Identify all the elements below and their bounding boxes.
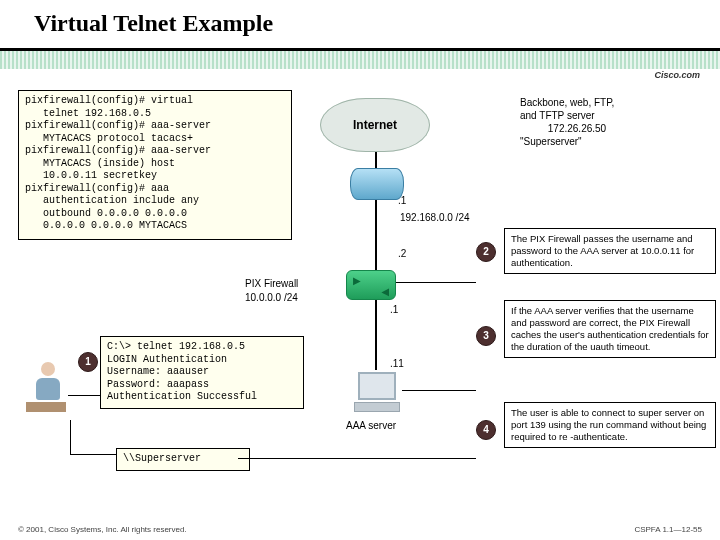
router-icon (350, 168, 404, 200)
internet-cloud: Internet (320, 98, 430, 152)
router-inside-ip: .1 (398, 195, 406, 206)
inside-net-label: 10.0.0.0 /24 (245, 292, 298, 303)
step-3-badge: 3 (476, 326, 496, 346)
leader-step4 (238, 458, 476, 459)
superserver-cmd-box: \\Superserver (116, 448, 250, 471)
footer-slide-id: CSPFA 1.1—12-55 (634, 525, 702, 534)
superserver-caption: Backbone, web, FTP, and TFTP server 172.… (520, 96, 700, 148)
cloud-label: Internet (353, 118, 397, 132)
outside-net-label: 192.168.0.0 /24 (400, 212, 470, 223)
pix-config-box: pixfirewall(config)# virtual telnet 192.… (18, 90, 292, 240)
telnet-session-box: C:\> telnet 192.168.0.5 LOGIN Authentica… (100, 336, 304, 409)
step-4-callout: The user is able to connect to super ser… (504, 402, 716, 448)
page-title: Virtual Telnet Example (34, 10, 273, 37)
brand-label: Cisco.com (654, 70, 700, 80)
step-1-badge: 1 (78, 352, 98, 372)
pix-firewall-icon (346, 270, 396, 300)
aaa-server-icon (354, 372, 400, 416)
link-cloud-router (375, 152, 377, 168)
step-4-badge: 4 (476, 420, 496, 440)
link-router-pix (375, 200, 377, 270)
pix-inside-ip: .1 (390, 304, 398, 315)
leader-step2 (396, 282, 476, 283)
pix-firewall-label: PIX Firewall (245, 278, 298, 289)
leader-user-super-v (70, 420, 71, 454)
step-2-badge: 2 (476, 242, 496, 262)
link-pix-lan (375, 300, 377, 370)
pix-outside-ip: .2 (398, 248, 406, 259)
title-divider (0, 48, 720, 69)
aaa-ip-label: .11 (390, 358, 404, 369)
aaa-server-label: AAA server (346, 420, 396, 431)
step-2-callout: The PIX Firewall passes the username and… (504, 228, 716, 274)
leader-step3 (402, 390, 476, 391)
leader-user-telnet (68, 395, 100, 396)
user-pc-icon (26, 362, 70, 422)
step-3-callout: If the AAA server verifies that the user… (504, 300, 716, 358)
leader-user-super-h (70, 454, 116, 455)
footer-copyright: © 2001, Cisco Systems, Inc. All rights r… (18, 525, 187, 534)
